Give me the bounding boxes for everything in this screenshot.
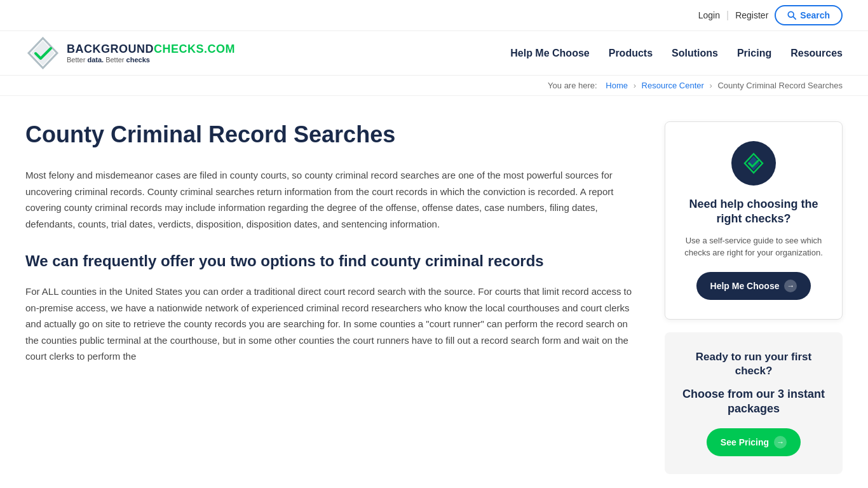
help-card-desc: Use a self-service guide to see which ch… — [678, 234, 829, 259]
login-link[interactable]: Login — [698, 10, 720, 20]
logo-text: BACKGROUNDCHECKS.COM Better data. Better… — [67, 43, 235, 64]
pricing-arrow-icon: → — [774, 436, 787, 449]
logo-tagline: Better data. Better checks — [67, 56, 235, 64]
page-title: County Criminal Record Searches — [25, 121, 639, 148]
breadcrumb-sep1: › — [634, 81, 636, 90]
sidebar: Need help choosing the right checks? Use… — [665, 121, 843, 474]
nav-resources[interactable]: Resources — [790, 48, 843, 59]
logo-bg: BACKGROUND — [67, 43, 154, 55]
breadcrumb-current: County Criminal Record Searches — [717, 81, 843, 90]
search-button[interactable]: Search — [775, 5, 843, 25]
help-card: Need help choosing the right checks? Use… — [665, 121, 843, 320]
help-me-choose-button[interactable]: Help Me Choose → — [696, 272, 811, 300]
divider: | — [726, 10, 729, 21]
see-pricing-button[interactable]: See Pricing → — [707, 428, 801, 456]
breadcrumb: You are here: Home › Resource Center › C… — [0, 76, 868, 96]
breadcrumb-home[interactable]: Home — [606, 81, 628, 90]
main-nav: BACKGROUNDCHECKS.COM Better data. Better… — [0, 31, 868, 76]
see-pricing-label: See Pricing — [721, 437, 769, 447]
pricing-card-title: Ready to run your first check? — [677, 350, 830, 378]
breadcrumb-you-are-here: You are here: — [548, 81, 597, 90]
help-card-title: Need help choosing the right checks? — [678, 197, 829, 227]
logo-link[interactable]: BACKGROUNDCHECKS.COM Better data. Better… — [25, 36, 235, 71]
main-content: County Criminal Record Searches Most fel… — [25, 121, 639, 474]
register-link[interactable]: Register — [735, 10, 768, 20]
body-text: For ALL counties in the United States yo… — [25, 283, 639, 365]
top-bar: Login | Register Search — [0, 0, 868, 31]
content-wrapper: County Criminal Record Searches Most fel… — [0, 96, 868, 488]
svg-line-1 — [793, 17, 796, 19]
nav-help-me-choose[interactable]: Help Me Choose — [510, 48, 589, 59]
nav-products[interactable]: Products — [609, 48, 653, 59]
pricing-card: Ready to run your first check? Choose fr… — [665, 332, 843, 474]
nav-solutions[interactable]: Solutions — [672, 48, 718, 59]
breadcrumb-resource-center[interactable]: Resource Center — [642, 81, 704, 90]
logo-icon — [25, 36, 60, 71]
search-label: Search — [800, 10, 830, 20]
help-card-icon — [731, 141, 776, 186]
pricing-card-subtitle: Choose from our 3 instant packages — [677, 387, 830, 417]
nav-links: Help Me Choose Products Solutions Pricin… — [510, 48, 843, 59]
arrow-right-icon: → — [784, 280, 797, 292]
section-heading: We can frequently offer you two options … — [25, 251, 639, 271]
intro-text: Most felony and misdemeanor cases are fi… — [25, 167, 639, 232]
search-icon — [787, 11, 796, 20]
logo-checks: CHECKS.COM — [154, 43, 235, 55]
help-me-choose-label: Help Me Choose — [710, 281, 780, 291]
breadcrumb-sep2: › — [710, 81, 712, 90]
nav-pricing[interactable]: Pricing — [737, 48, 771, 59]
